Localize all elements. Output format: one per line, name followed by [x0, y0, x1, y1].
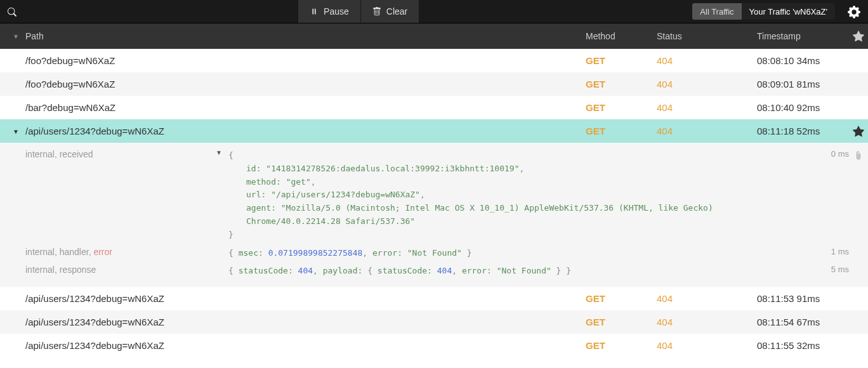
- cell-path: /api/users/1234?debug=wN6XaZ: [0, 126, 586, 136]
- cell-status: 404: [657, 126, 757, 136]
- table-row[interactable]: /bar?debug=wN6XaZGET40408:10:40 92ms: [0, 96, 868, 119]
- cell-path: /api/users/1234?debug=wN6XaZ: [0, 293, 586, 304]
- pause-button[interactable]: Pause: [298, 0, 360, 23]
- column-path[interactable]: Path: [0, 31, 586, 41]
- cell-path: /foo?debug=wN6XaZ: [0, 55, 586, 66]
- cell-star[interactable]: [849, 125, 868, 137]
- detail-response: internal, response{ statusCode: 404, pay…: [0, 262, 868, 280]
- cell-timestamp: 08:11:18 52ms: [757, 126, 849, 136]
- cell-method: GET: [586, 55, 657, 66]
- cell-path: /foo?debug=wN6XaZ: [0, 79, 586, 89]
- cell-timestamp: 08:09:01 81ms: [757, 79, 849, 89]
- cell-path: /bar?debug=wN6XaZ: [0, 102, 586, 113]
- header-caret-icon: ▼: [13, 33, 19, 40]
- detail-handler: internal, handler, error{ msec: 0.071998…: [0, 244, 868, 263]
- detail-json: {id: "1418314278526:daedalus.local:39992…: [228, 149, 817, 242]
- cell-timestamp: 08:11:53 91ms: [757, 293, 849, 304]
- detail-json: { statusCode: 404, payload: { statusCode…: [228, 265, 817, 278]
- table-row[interactable]: /api/users/1234?debug=wN6XaZGET40408:11:…: [0, 287, 868, 310]
- column-status[interactable]: Status: [657, 31, 757, 41]
- detail-time: 5 ms: [817, 265, 849, 274]
- all-traffic-option[interactable]: All Traffic: [692, 3, 741, 20]
- toolbar: Pause Clear All Traffic Your Traffic 'wN…: [0, 0, 868, 23]
- pause-icon: [310, 7, 319, 16]
- table-row[interactable]: /api/users/1234?debug=wN6XaZGET40408:11:…: [0, 119, 868, 143]
- detail-json: { msec: 0.07199899852275848, error: "Not…: [228, 247, 817, 260]
- cell-status: 404: [657, 317, 757, 327]
- column-method[interactable]: Method: [586, 31, 657, 41]
- cell-status: 404: [657, 340, 757, 351]
- cell-path: /api/users/1234?debug=wN6XaZ: [0, 340, 586, 351]
- rows-container: /foo?debug=wN6XaZGET40408:08:10 34ms/foo…: [0, 49, 868, 357]
- table-header: ▼ Path Method Status Timestamp: [0, 23, 868, 49]
- detail-received: internal, received▼{id: "1418314278526:d…: [0, 147, 868, 244]
- cell-timestamp: 08:08:10 34ms: [757, 55, 849, 66]
- cell-method: GET: [586, 293, 657, 304]
- your-traffic-option[interactable]: Your Traffic 'wN6XaZ': [742, 3, 835, 20]
- column-timestamp[interactable]: Timestamp: [757, 31, 849, 41]
- table-row[interactable]: /foo?debug=wN6XaZGET40408:08:10 34ms: [0, 49, 868, 72]
- cell-timestamp: 08:10:40 92ms: [757, 102, 849, 113]
- column-star[interactable]: [849, 30, 868, 42]
- cell-status: 404: [657, 55, 757, 66]
- star-icon: [853, 30, 864, 42]
- detail-time: 1 ms: [817, 247, 849, 256]
- chevron-down-icon[interactable]: ▼: [216, 149, 228, 156]
- clear-button[interactable]: Clear: [360, 0, 419, 23]
- cell-status: 404: [657, 293, 757, 304]
- cell-method: GET: [586, 102, 657, 113]
- cell-method: GET: [586, 340, 657, 351]
- detail-tags: internal, received: [0, 149, 216, 159]
- cell-timestamp: 08:11:54 67ms: [757, 317, 849, 327]
- trash-icon: [372, 7, 381, 16]
- detail-tags: internal, response: [0, 265, 216, 275]
- cell-method: GET: [586, 79, 657, 89]
- table-row[interactable]: /api/users/1234?debug=wN6XaZGET40408:11:…: [0, 310, 868, 334]
- table-row[interactable]: /foo?debug=wN6XaZGET40408:09:01 81ms: [0, 72, 868, 96]
- search-input[interactable]: [24, 0, 298, 23]
- toolbar-buttons: Pause Clear: [298, 0, 419, 23]
- detail-time: 0 ms: [817, 149, 849, 159]
- cell-status: 404: [657, 79, 757, 89]
- cell-timestamp: 08:11:55 32ms: [757, 340, 849, 351]
- gear-icon[interactable]: [840, 4, 868, 18]
- clear-label: Clear: [386, 6, 407, 16]
- attachment-icon[interactable]: [849, 149, 868, 160]
- pause-label: Pause: [324, 6, 349, 16]
- cell-path: /api/users/1234?debug=wN6XaZ: [0, 317, 586, 327]
- details-panel: internal, received▼{id: "1418314278526:d…: [0, 143, 868, 287]
- cell-status: 404: [657, 102, 757, 113]
- star-icon: [853, 126, 864, 137]
- detail-tags: internal, handler, error: [0, 247, 216, 257]
- traffic-toggle: All Traffic Your Traffic 'wN6XaZ': [692, 3, 835, 20]
- table-row[interactable]: /api/users/1234?debug=wN6XaZGET40408:11:…: [0, 334, 868, 357]
- cell-method: GET: [586, 126, 657, 136]
- cell-method: GET: [586, 317, 657, 327]
- search-icon: [0, 6, 24, 16]
